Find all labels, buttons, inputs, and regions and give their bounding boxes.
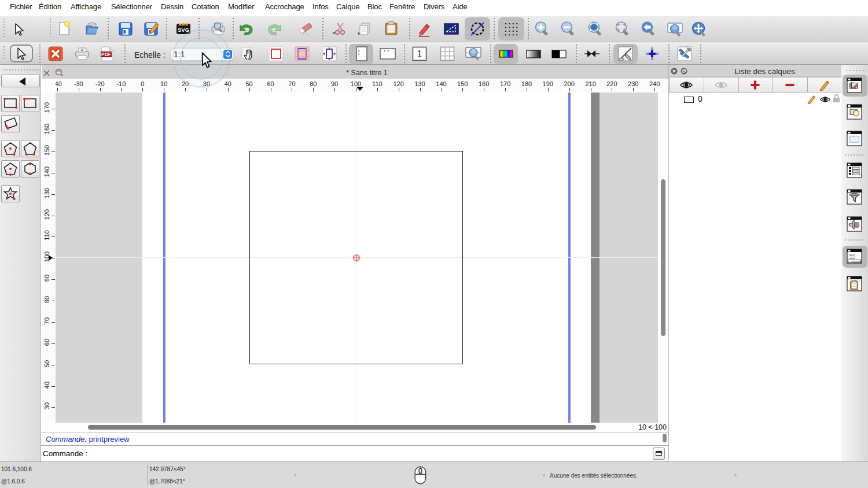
svg-text:PDF: PDF — [101, 51, 111, 57]
svg-text:1: 1 — [417, 49, 422, 59]
svg-text:c:_command: c:_command — [848, 260, 862, 263]
